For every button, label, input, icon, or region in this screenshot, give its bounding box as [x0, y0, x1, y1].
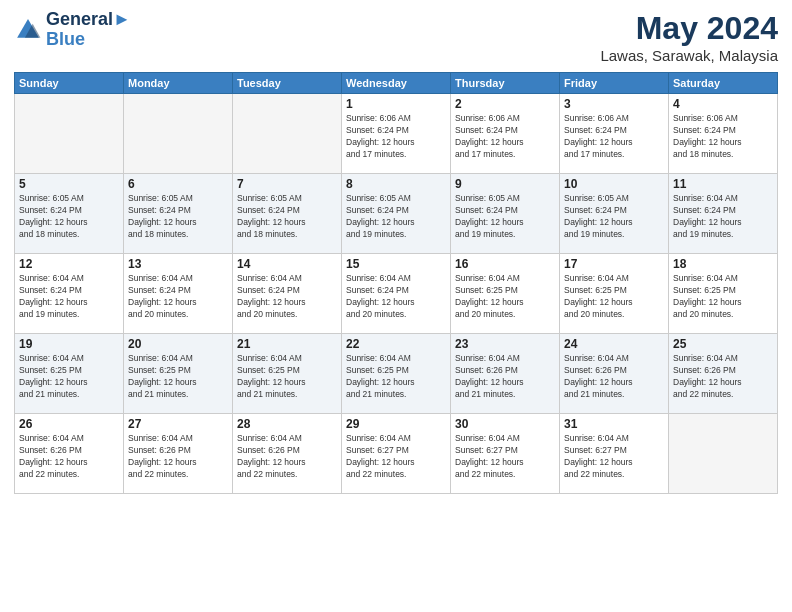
cell-info: Sunrise: 6:06 AM Sunset: 6:24 PM Dayligh… [564, 113, 664, 161]
calendar-cell: 11Sunrise: 6:04 AM Sunset: 6:24 PM Dayli… [669, 174, 778, 254]
header-monday: Monday [124, 73, 233, 94]
day-number: 31 [564, 417, 664, 431]
calendar-week-row: 26Sunrise: 6:04 AM Sunset: 6:26 PM Dayli… [15, 414, 778, 494]
day-number: 24 [564, 337, 664, 351]
header-saturday: Saturday [669, 73, 778, 94]
day-number: 30 [455, 417, 555, 431]
calendar-cell: 12Sunrise: 6:04 AM Sunset: 6:24 PM Dayli… [15, 254, 124, 334]
header-wednesday: Wednesday [342, 73, 451, 94]
day-number: 26 [19, 417, 119, 431]
cell-info: Sunrise: 6:04 AM Sunset: 6:25 PM Dayligh… [237, 353, 337, 401]
calendar-cell [233, 94, 342, 174]
cell-info: Sunrise: 6:04 AM Sunset: 6:26 PM Dayligh… [564, 353, 664, 401]
logo-line2: Blue [46, 30, 131, 50]
day-number: 25 [673, 337, 773, 351]
cell-info: Sunrise: 6:05 AM Sunset: 6:24 PM Dayligh… [19, 193, 119, 241]
day-number: 23 [455, 337, 555, 351]
calendar-cell: 4Sunrise: 6:06 AM Sunset: 6:24 PM Daylig… [669, 94, 778, 174]
calendar-cell: 17Sunrise: 6:04 AM Sunset: 6:25 PM Dayli… [560, 254, 669, 334]
calendar-cell: 20Sunrise: 6:04 AM Sunset: 6:25 PM Dayli… [124, 334, 233, 414]
cell-info: Sunrise: 6:04 AM Sunset: 6:25 PM Dayligh… [128, 353, 228, 401]
logo: General► Blue [14, 10, 131, 50]
calendar-cell: 24Sunrise: 6:04 AM Sunset: 6:26 PM Dayli… [560, 334, 669, 414]
cell-info: Sunrise: 6:04 AM Sunset: 6:26 PM Dayligh… [673, 353, 773, 401]
day-number: 4 [673, 97, 773, 111]
page: General► Blue May 2024 Lawas, Sarawak, M… [0, 0, 792, 612]
day-number: 5 [19, 177, 119, 191]
day-number: 12 [19, 257, 119, 271]
calendar-week-row: 12Sunrise: 6:04 AM Sunset: 6:24 PM Dayli… [15, 254, 778, 334]
cell-info: Sunrise: 6:04 AM Sunset: 6:27 PM Dayligh… [455, 433, 555, 481]
calendar-cell: 7Sunrise: 6:05 AM Sunset: 6:24 PM Daylig… [233, 174, 342, 254]
cell-info: Sunrise: 6:04 AM Sunset: 6:25 PM Dayligh… [455, 273, 555, 321]
calendar-cell: 23Sunrise: 6:04 AM Sunset: 6:26 PM Dayli… [451, 334, 560, 414]
day-number: 18 [673, 257, 773, 271]
cell-info: Sunrise: 6:04 AM Sunset: 6:25 PM Dayligh… [673, 273, 773, 321]
day-number: 27 [128, 417, 228, 431]
calendar-cell: 5Sunrise: 6:05 AM Sunset: 6:24 PM Daylig… [15, 174, 124, 254]
calendar-cell: 25Sunrise: 6:04 AM Sunset: 6:26 PM Dayli… [669, 334, 778, 414]
day-number: 1 [346, 97, 446, 111]
calendar-week-row: 5Sunrise: 6:05 AM Sunset: 6:24 PM Daylig… [15, 174, 778, 254]
calendar-cell: 15Sunrise: 6:04 AM Sunset: 6:24 PM Dayli… [342, 254, 451, 334]
logo-icon [14, 16, 42, 44]
calendar-cell: 10Sunrise: 6:05 AM Sunset: 6:24 PM Dayli… [560, 174, 669, 254]
calendar-body: 1Sunrise: 6:06 AM Sunset: 6:24 PM Daylig… [15, 94, 778, 494]
cell-info: Sunrise: 6:04 AM Sunset: 6:24 PM Dayligh… [128, 273, 228, 321]
calendar-table: Sunday Monday Tuesday Wednesday Thursday… [14, 72, 778, 494]
calendar-cell: 19Sunrise: 6:04 AM Sunset: 6:25 PM Dayli… [15, 334, 124, 414]
logo-text: General► Blue [46, 10, 131, 50]
calendar-cell: 9Sunrise: 6:05 AM Sunset: 6:24 PM Daylig… [451, 174, 560, 254]
day-number: 16 [455, 257, 555, 271]
day-number: 19 [19, 337, 119, 351]
title-section: May 2024 Lawas, Sarawak, Malaysia [600, 10, 778, 64]
calendar-cell: 27Sunrise: 6:04 AM Sunset: 6:26 PM Dayli… [124, 414, 233, 494]
calendar-cell: 31Sunrise: 6:04 AM Sunset: 6:27 PM Dayli… [560, 414, 669, 494]
calendar-cell: 6Sunrise: 6:05 AM Sunset: 6:24 PM Daylig… [124, 174, 233, 254]
cell-info: Sunrise: 6:05 AM Sunset: 6:24 PM Dayligh… [237, 193, 337, 241]
header: General► Blue May 2024 Lawas, Sarawak, M… [14, 10, 778, 64]
day-number: 13 [128, 257, 228, 271]
cell-info: Sunrise: 6:04 AM Sunset: 6:24 PM Dayligh… [673, 193, 773, 241]
cell-info: Sunrise: 6:04 AM Sunset: 6:25 PM Dayligh… [564, 273, 664, 321]
weekday-header-row: Sunday Monday Tuesday Wednesday Thursday… [15, 73, 778, 94]
calendar-cell [124, 94, 233, 174]
day-number: 15 [346, 257, 446, 271]
cell-info: Sunrise: 6:06 AM Sunset: 6:24 PM Dayligh… [455, 113, 555, 161]
calendar-week-row: 1Sunrise: 6:06 AM Sunset: 6:24 PM Daylig… [15, 94, 778, 174]
calendar-header: Sunday Monday Tuesday Wednesday Thursday… [15, 73, 778, 94]
header-tuesday: Tuesday [233, 73, 342, 94]
cell-info: Sunrise: 6:04 AM Sunset: 6:26 PM Dayligh… [455, 353, 555, 401]
calendar-cell: 29Sunrise: 6:04 AM Sunset: 6:27 PM Dayli… [342, 414, 451, 494]
cell-info: Sunrise: 6:05 AM Sunset: 6:24 PM Dayligh… [128, 193, 228, 241]
day-number: 29 [346, 417, 446, 431]
day-number: 11 [673, 177, 773, 191]
day-number: 20 [128, 337, 228, 351]
cell-info: Sunrise: 6:04 AM Sunset: 6:26 PM Dayligh… [128, 433, 228, 481]
calendar-cell: 1Sunrise: 6:06 AM Sunset: 6:24 PM Daylig… [342, 94, 451, 174]
calendar-cell: 26Sunrise: 6:04 AM Sunset: 6:26 PM Dayli… [15, 414, 124, 494]
day-number: 21 [237, 337, 337, 351]
day-number: 2 [455, 97, 555, 111]
calendar-cell: 21Sunrise: 6:04 AM Sunset: 6:25 PM Dayli… [233, 334, 342, 414]
day-number: 28 [237, 417, 337, 431]
calendar-cell: 8Sunrise: 6:05 AM Sunset: 6:24 PM Daylig… [342, 174, 451, 254]
cell-info: Sunrise: 6:05 AM Sunset: 6:24 PM Dayligh… [346, 193, 446, 241]
calendar-week-row: 19Sunrise: 6:04 AM Sunset: 6:25 PM Dayli… [15, 334, 778, 414]
calendar-cell: 18Sunrise: 6:04 AM Sunset: 6:25 PM Dayli… [669, 254, 778, 334]
cell-info: Sunrise: 6:04 AM Sunset: 6:26 PM Dayligh… [19, 433, 119, 481]
cell-info: Sunrise: 6:04 AM Sunset: 6:25 PM Dayligh… [346, 353, 446, 401]
calendar-cell: 3Sunrise: 6:06 AM Sunset: 6:24 PM Daylig… [560, 94, 669, 174]
day-number: 8 [346, 177, 446, 191]
calendar-cell: 30Sunrise: 6:04 AM Sunset: 6:27 PM Dayli… [451, 414, 560, 494]
day-number: 17 [564, 257, 664, 271]
cell-info: Sunrise: 6:04 AM Sunset: 6:26 PM Dayligh… [237, 433, 337, 481]
cell-info: Sunrise: 6:04 AM Sunset: 6:27 PM Dayligh… [346, 433, 446, 481]
subtitle: Lawas, Sarawak, Malaysia [600, 47, 778, 64]
day-number: 22 [346, 337, 446, 351]
logo-line1: General [46, 9, 113, 29]
day-number: 10 [564, 177, 664, 191]
calendar-cell: 22Sunrise: 6:04 AM Sunset: 6:25 PM Dayli… [342, 334, 451, 414]
cell-info: Sunrise: 6:06 AM Sunset: 6:24 PM Dayligh… [346, 113, 446, 161]
day-number: 9 [455, 177, 555, 191]
